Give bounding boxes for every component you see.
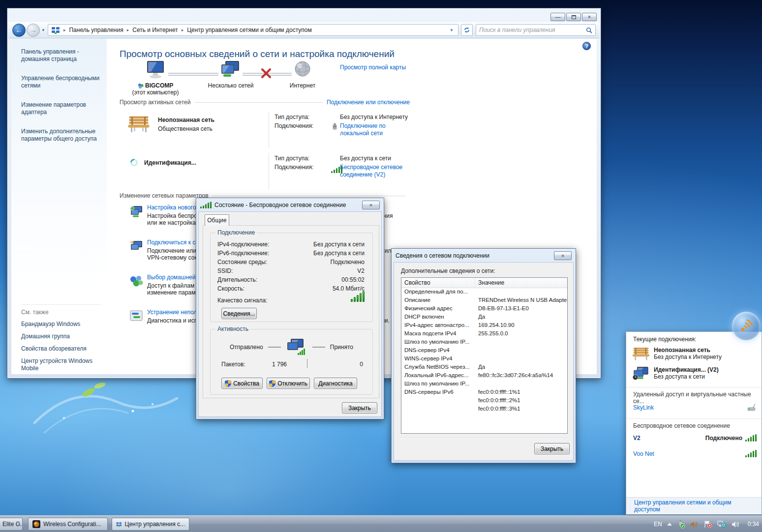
sidebar-item-advanced-sharing[interactable]: Изменить дополнительные параметры общего…	[21, 128, 101, 143]
network-kind[interactable]: Общественная сеть	[158, 125, 213, 132]
column-property[interactable]: Свойство	[401, 278, 475, 288]
flyout-connection-unidentified[interactable]: Неопознанная сеть Без доступа к Интернет…	[632, 347, 757, 361]
clock[interactable]: 0:34	[748, 521, 759, 528]
status-row-value: 00:55:02	[341, 276, 365, 283]
language-indicator[interactable]: EN	[654, 521, 662, 528]
properties-button[interactable]: Свойства	[221, 378, 263, 389]
wireless-utility-icon[interactable]	[732, 312, 761, 340]
breadcrumb-network-internet[interactable]: Сеть и Интернет	[132, 27, 178, 33]
tab-general[interactable]: Общие	[205, 214, 229, 226]
maximize-button[interactable]	[566, 13, 581, 21]
system-tray: EN 0:34	[654, 516, 759, 532]
skylink-link[interactable]: SkyLink	[633, 404, 654, 411]
sidebar-item-home[interactable]: Панель управления - домашняя страница	[21, 48, 101, 63]
sidebar-item-homegroup[interactable]: Домашняя группа	[21, 333, 101, 340]
table-row[interactable]: DHCP включенДа	[401, 313, 567, 322]
refresh-button[interactable]	[461, 24, 473, 36]
wireless-item-voonet[interactable]: Voo Net	[633, 450, 757, 457]
wireless-network-name[interactable]: V2	[633, 435, 640, 442]
lan-connection-link[interactable]: Подключение по локальной сети	[340, 122, 404, 137]
status-row-label: SSID:	[217, 267, 233, 274]
volume-tray-icon[interactable]	[732, 521, 740, 528]
minimize-button[interactable]: —	[550, 13, 565, 21]
back-button[interactable]: ←	[12, 24, 26, 37]
wireless-item-v2[interactable]: V2 Подключено	[633, 434, 757, 442]
status-row: Качество сигнала:	[217, 297, 365, 305]
disable-button[interactable]: Отключить	[267, 378, 310, 389]
connection-name: Неопознанная сеть	[654, 347, 722, 354]
nav-history-dropdown-icon[interactable]: ▼	[41, 28, 45, 32]
status-dialog-body: Общие Подключение IPv4-подключение:Без д…	[198, 211, 382, 417]
close-icon[interactable]: ×	[362, 201, 380, 209]
forward-button[interactable]: →	[27, 24, 40, 37]
table-row[interactable]: Служба NetBIOS через...Да	[401, 363, 567, 372]
sidebar-item-wmdc[interactable]: Центр устройств Windows Mobile	[21, 357, 101, 372]
network-flyout: Текущие подключения: Неопознанная сеть Б…	[626, 331, 762, 515]
flyout-connection-identifying[interactable]: Идентификация... (V2) Без доступа к сети	[632, 366, 757, 381]
search-box[interactable]	[476, 24, 596, 36]
vpn-item-skylink[interactable]: SkyLink	[633, 404, 757, 412]
table-row[interactable]: fec0:0:0:ffff::3%1	[401, 405, 567, 414]
cell-property: WINS-сервер IPv4	[401, 355, 475, 363]
breadcrumb-control-panel[interactable]: Панель управления	[69, 27, 123, 33]
taskbar-button-elite[interactable]: Elite G...	[0, 518, 23, 531]
details-button[interactable]: Сведения...	[221, 308, 257, 319]
table-row[interactable]: Определенный для по...	[401, 288, 567, 296]
network-tray-icon[interactable]	[717, 520, 727, 528]
close-status-button[interactable]: Закрыть	[342, 402, 377, 414]
network-center-app-icon	[116, 521, 122, 528]
details-table: Свойство Значение Определенный для по...…	[401, 277, 568, 434]
close-button[interactable]: ×	[582, 13, 597, 21]
address-dropdown-icon[interactable]: ▼	[448, 28, 455, 32]
action-center-flag-icon[interactable]	[703, 520, 712, 528]
sidebar-item-firewall[interactable]: Брандмауэр Windows	[21, 321, 101, 328]
table-row[interactable]: DNS-сервер IPv4	[401, 347, 567, 355]
table-row[interactable]: ОписаниеTRENDnet Wireless N USB Adapter	[401, 296, 567, 305]
table-row[interactable]: Физический адресD8-EB-97-13-E1-E0	[401, 305, 567, 313]
view-full-map-link[interactable]: Просмотр полной карты	[340, 64, 406, 71]
network-location-icon	[51, 27, 60, 34]
wireless-section-header: Беспроводное сетевое соединение	[633, 422, 730, 429]
show-hidden-icons-button[interactable]	[667, 523, 672, 526]
sidebar-item-adapter-settings[interactable]: Изменение параметров адаптера	[21, 101, 101, 116]
table-row[interactable]: fec0:0:0:ffff::2%1	[401, 397, 567, 405]
network-name[interactable]: Идентификация...	[144, 159, 196, 166]
connection-status: Без доступа к Интернету	[654, 354, 722, 360]
help-icon[interactable]: ?	[582, 42, 591, 50]
map-node-computer[interactable]: BIGCOMP (этот компьютер)	[126, 60, 185, 96]
volume-mixer-tray-icon[interactable]	[690, 521, 699, 528]
table-row[interactable]: DNS-серверы IPv6fec0:0:0:ffff::1%1	[401, 388, 567, 397]
status-row-value: V2	[357, 267, 365, 274]
table-row[interactable]: Локальный IPv6-адрес...fe80::fc3c:3d07:2…	[401, 372, 567, 380]
table-row[interactable]: Маска подсети IPv4255.255.0.0	[401, 330, 567, 338]
taskbar-button-network-center[interactable]: Центр управления с...	[112, 518, 189, 531]
packets-divider	[307, 359, 307, 368]
connect-disconnect-link[interactable]: Подключение или отключение	[327, 99, 410, 106]
sidebar-item-manage-wireless[interactable]: Управление беспроводными сетями	[21, 75, 101, 89]
sidebar-item-internet-options[interactable]: Свойства обозревателя	[21, 345, 101, 353]
taskbar-button-wireless-config[interactable]: Wireless Configurati...	[28, 518, 108, 531]
address-bar[interactable]: ▸ Панель управления ▸ Сеть и Интернет ▸ …	[48, 24, 458, 36]
map-node-multiple-networks[interactable]: Несколько сетей	[201, 60, 260, 89]
search-input[interactable]	[479, 27, 586, 33]
breadcrumb-network-center[interactable]: Центр управления сетями и общим доступом	[187, 27, 312, 33]
table-row[interactable]: Шлюз по умолчанию IP...	[401, 380, 567, 388]
window-caption-buttons: — ×	[550, 13, 597, 21]
table-row[interactable]: WINS-сервер IPv4	[401, 355, 567, 363]
network-name[interactable]: Неопознанная сеть	[158, 117, 214, 123]
close-icon[interactable]: ×	[554, 251, 572, 260]
diagnose-button[interactable]: Диагностика	[314, 378, 357, 389]
table-row[interactable]: IPv4-адрес автонастро...169.254.10.90	[401, 322, 567, 330]
column-value[interactable]: Значение	[475, 278, 567, 288]
table-row[interactable]: Шлюз по умолчанию IP...	[401, 338, 567, 347]
cell-property: Определенный для по...	[401, 288, 475, 296]
open-network-center-link[interactable]: Центр управления сетями и общим доступом	[634, 499, 754, 513]
cell-property: DHCP включен	[401, 313, 475, 322]
wireless-network-name[interactable]: Voo Net	[633, 450, 654, 457]
active-network-row: Неопознанная сеть Общественная сеть Тип …	[120, 112, 410, 151]
map-node-internet[interactable]: Интернет	[273, 60, 332, 89]
wireless-connection-link[interactable]: Беспроводное сетевое соединение (V2)	[340, 164, 406, 178]
usb-device-tray-icon[interactable]	[677, 520, 685, 529]
cell-value	[475, 288, 567, 296]
close-details-button[interactable]: Закрыть	[534, 443, 570, 454]
